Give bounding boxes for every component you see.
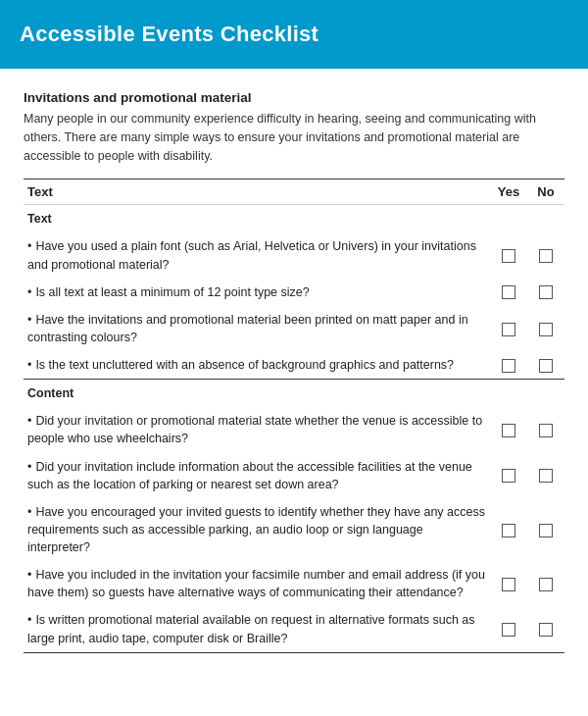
item-text-cell: •Did your invitation or promotional mate…	[24, 407, 490, 452]
table-header-row: Text Yes No	[24, 179, 564, 205]
checkbox-no[interactable]	[539, 578, 553, 591]
checkbox-no-cell[interactable]	[527, 498, 564, 561]
item-text: Have you used a plain font (such as Aria…	[27, 239, 476, 271]
checkbox-yes-cell[interactable]	[490, 498, 527, 561]
item-text: Is all text at least a minimum of 12 poi…	[35, 285, 309, 299]
checkbox-yes[interactable]	[502, 524, 515, 537]
checkbox-yes-cell[interactable]	[490, 351, 527, 380]
checkbox-yes[interactable]	[502, 578, 515, 591]
intro-text: Many people in our community experience …	[24, 110, 564, 165]
checkbox-no-cell[interactable]	[527, 453, 564, 498]
item-text-cell: •Have you included in the invitation you…	[24, 561, 490, 606]
item-text-cell: •Is written promotional material availab…	[24, 606, 490, 652]
checkbox-no[interactable]	[539, 359, 553, 373]
checkbox-yes[interactable]	[502, 469, 515, 483]
item-text-cell: •Have you encouraged your invited guests…	[24, 498, 490, 561]
item-text: Is the text uncluttered with an absence …	[35, 358, 454, 372]
section-label: Content	[24, 380, 564, 408]
checkbox-no[interactable]	[539, 524, 553, 537]
table-row: •Is written promotional material availab…	[24, 606, 564, 652]
checkbox-no[interactable]	[539, 249, 553, 263]
table-row: •Is all text at least a minimum of 12 po…	[24, 279, 564, 306]
item-text-cell: •Did your invitation include information…	[24, 453, 490, 498]
checkbox-no-cell[interactable]	[527, 351, 564, 380]
section-label-row: Text	[24, 205, 564, 233]
item-text: Is written promotional material availabl…	[27, 613, 475, 644]
checkbox-yes-cell[interactable]	[490, 232, 527, 278]
checkbox-no-cell[interactable]	[527, 606, 564, 652]
checkbox-yes-cell[interactable]	[490, 279, 527, 306]
checkbox-yes[interactable]	[502, 323, 515, 336]
bullet-icon: •	[27, 356, 31, 374]
checkbox-no-cell[interactable]	[527, 561, 564, 606]
checkbox-yes-cell[interactable]	[490, 606, 527, 652]
bullet-icon: •	[27, 237, 31, 255]
header-banner: Accessible Events Checklist	[0, 0, 588, 69]
page-title: Accessible Events Checklist	[20, 22, 318, 46]
item-text: Have you encouraged your invited guests …	[27, 505, 485, 554]
content-area: Invitations and promotional material Man…	[0, 69, 588, 669]
table-row: •Have the invitations and promotional ma…	[24, 306, 564, 351]
item-text-cell: •Is the text uncluttered with an absence…	[24, 351, 490, 380]
item-text-cell: •Have you used a plain font (such as Ari…	[24, 232, 490, 278]
checkbox-yes[interactable]	[502, 285, 515, 299]
item-text: Have you included in the invitation your…	[27, 568, 485, 599]
bullet-icon: •	[27, 311, 31, 329]
checkbox-yes-cell[interactable]	[490, 306, 527, 351]
section-intro: Invitations and promotional material Man…	[24, 90, 564, 165]
item-text: Did your invitation include information …	[27, 460, 472, 491]
checkbox-no[interactable]	[539, 623, 553, 637]
checkbox-yes-cell[interactable]	[490, 453, 527, 498]
checkbox-no[interactable]	[539, 469, 553, 483]
checkbox-yes[interactable]	[502, 424, 515, 437]
checkbox-no-cell[interactable]	[527, 306, 564, 351]
checkbox-no-cell[interactable]	[527, 279, 564, 306]
bullet-icon: •	[27, 566, 31, 584]
table-row: •Did your invitation include information…	[24, 453, 564, 498]
checkbox-yes[interactable]	[502, 359, 515, 373]
checkbox-yes-cell[interactable]	[490, 561, 527, 606]
col-header-yes: Yes	[490, 179, 527, 205]
checkbox-no-cell[interactable]	[527, 232, 564, 278]
item-text-cell: •Have the invitations and promotional ma…	[24, 306, 490, 351]
checkbox-no[interactable]	[539, 323, 553, 336]
intro-heading: Invitations and promotional material	[24, 90, 564, 105]
table-row: •Did your invitation or promotional mate…	[24, 407, 564, 452]
table-row: •Have you used a plain font (such as Ari…	[24, 232, 564, 278]
checkbox-no[interactable]	[539, 285, 553, 299]
col-header-text: Text	[24, 179, 490, 205]
checkbox-yes[interactable]	[502, 249, 515, 263]
item-text: Have the invitations and promotional mat…	[27, 313, 468, 344]
checkbox-no-cell[interactable]	[527, 407, 564, 452]
bullet-icon: •	[27, 412, 31, 430]
checkbox-yes-cell[interactable]	[490, 407, 527, 452]
section-label: Text	[24, 205, 564, 233]
checkbox-no[interactable]	[539, 424, 553, 437]
bullet-icon: •	[27, 611, 31, 629]
item-text: Did your invitation or promotional mater…	[27, 414, 482, 445]
item-text-cell: •Is all text at least a minimum of 12 po…	[24, 279, 490, 306]
col-header-no: No	[527, 179, 564, 205]
page-wrapper: Accessible Events Checklist Invitations …	[0, 0, 588, 716]
bullet-icon: •	[27, 503, 31, 521]
checklist-table: Text Yes No Text•Have you used a plain f…	[24, 179, 564, 652]
section-label-row: Content	[24, 380, 564, 408]
checkbox-yes[interactable]	[502, 623, 515, 637]
table-row: •Have you encouraged your invited guests…	[24, 498, 564, 561]
bullet-icon: •	[27, 283, 31, 301]
table-row: •Is the text uncluttered with an absence…	[24, 351, 564, 380]
bullet-icon: •	[27, 458, 31, 476]
table-row: •Have you included in the invitation you…	[24, 561, 564, 606]
